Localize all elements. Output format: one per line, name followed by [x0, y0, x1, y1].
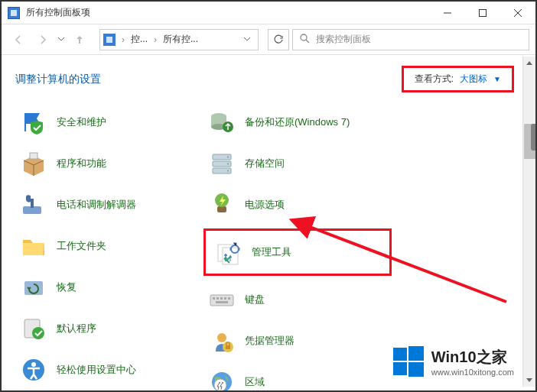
breadcrumb-seg[interactable]: 控...: [131, 33, 148, 46]
item-label: 管理工具: [252, 245, 291, 259]
item-label: 存储空间: [245, 157, 285, 170]
control-panel-item[interactable]: 凭据管理器: [203, 323, 392, 358]
control-panel-item[interactable]: 安全和维护: [15, 105, 203, 140]
item-label: 工作文件夹: [57, 239, 106, 253]
window-controls: [430, 2, 535, 24]
item-label: 轻松使用设置中心: [57, 363, 136, 377]
item-label: 凭据管理器: [245, 334, 295, 348]
control-panel-item[interactable]: 工作文件夹: [15, 228, 203, 264]
vertical-scrollbar[interactable]: [522, 57, 535, 387]
up-button[interactable]: [69, 29, 90, 50]
chevron-right-icon: ›: [122, 34, 125, 45]
ease-access-icon: [20, 356, 47, 384]
keyboard-icon: [208, 286, 236, 313]
scroll-up-button[interactable]: [523, 57, 535, 70]
box-icon: [20, 150, 47, 177]
chevron-right-icon: ›: [154, 34, 157, 45]
svg-point-25: [227, 164, 229, 165]
item-label: 安全和维护: [57, 115, 106, 129]
item-label: 区域: [245, 375, 265, 389]
control-panel-item[interactable]: 程序和功能: [15, 146, 203, 181]
control-panel-item[interactable]: 键盘: [203, 282, 392, 317]
control-panel-item[interactable]: 电源选项: [203, 187, 392, 222]
titlebar: 所有控制面板项: [2, 2, 535, 24]
svg-point-24: [227, 157, 229, 158]
back-button[interactable]: [8, 29, 29, 50]
svg-point-45: [222, 382, 223, 384]
item-label: 电源选项: [245, 198, 285, 212]
svg-rect-27: [217, 206, 226, 212]
control-panel-item[interactable]: 存储空间: [203, 146, 392, 181]
svg-rect-33: [213, 297, 215, 300]
content-header: 调整计算机的设置 查看方式: 大图标 ▼: [2, 55, 535, 100]
svg-rect-32: [210, 295, 233, 306]
item-label: 默认程序: [57, 322, 96, 335]
control-panel-item[interactable]: 轻松使用设置中心: [15, 352, 203, 387]
outer-scroll-thumb[interactable]: [531, 124, 537, 151]
minimize-button[interactable]: [430, 2, 465, 24]
control-panel-item[interactable]: 电话和调制解调器: [15, 187, 203, 222]
svg-rect-35: [220, 297, 223, 300]
item-label: 程序和功能: [57, 157, 106, 170]
scroll-down-button[interactable]: [523, 374, 535, 387]
breadcrumb-seg[interactable]: 所有控...: [163, 33, 198, 46]
chevron-down-icon: ▼: [493, 75, 501, 83]
control-panel-item[interactable]: 区域: [203, 364, 392, 392]
svg-point-13: [31, 362, 36, 367]
forward-button[interactable]: [32, 29, 54, 50]
svg-point-44: [219, 382, 220, 384]
item-label: 恢复: [57, 280, 76, 294]
search-placeholder: 搜索控制面板: [316, 33, 371, 46]
address-dropdown[interactable]: [239, 37, 255, 41]
svg-rect-38: [216, 301, 228, 303]
svg-rect-41: [226, 345, 230, 349]
view-mode-selector[interactable]: 查看方式: 大图标 ▼: [402, 66, 514, 92]
svg-point-11: [32, 327, 44, 339]
control-panel-item[interactable]: 备份和还原(Windows 7): [203, 105, 392, 140]
control-panel-item[interactable]: 默认程序: [15, 311, 203, 346]
items-panel: 安全和维护程序和功能电话和调制解调器工作文件夹恢复默认程序轻松使用设置中心任务栏…: [2, 100, 535, 392]
svg-rect-8: [31, 199, 34, 208]
svg-rect-37: [228, 297, 230, 300]
svg-rect-36: [224, 297, 226, 300]
storage-icon: [208, 150, 236, 177]
view-label: 查看方式:: [415, 73, 454, 86]
recovery-icon: [20, 274, 47, 301]
power-icon: [208, 191, 236, 219]
backup-icon: [208, 109, 236, 136]
svg-point-4: [301, 34, 307, 40]
close-button[interactable]: [500, 2, 535, 24]
svg-rect-6: [30, 153, 37, 159]
svg-rect-34: [216, 297, 219, 300]
admin-tools-icon: [215, 238, 242, 266]
search-input[interactable]: 搜索控制面板: [292, 29, 529, 50]
svg-rect-1: [480, 9, 487, 16]
view-value: 大图标: [460, 73, 487, 86]
address-toolbar: › 控... › 所有控... 搜索控制面板: [2, 24, 535, 55]
window-title: 所有控制面板项: [26, 6, 430, 19]
svg-point-43: [214, 379, 226, 391]
history-dropdown[interactable]: [57, 29, 66, 50]
item-label: 电话和调制解调器: [57, 198, 136, 212]
refresh-button[interactable]: [268, 29, 289, 50]
control-panel-item[interactable]: 管理工具: [203, 228, 392, 276]
folder-icon: [20, 232, 47, 260]
page-title: 调整计算机的设置: [15, 73, 101, 86]
control-panel-icon: [8, 7, 20, 19]
svg-line-5: [306, 40, 309, 43]
region-icon: [208, 368, 236, 392]
item-label: 备份和还原(Windows 7): [245, 115, 350, 129]
control-panel-item[interactable]: 恢复: [15, 270, 203, 305]
phone-modem-icon: [20, 191, 47, 219]
address-bar[interactable]: › 控... › 所有控...: [99, 29, 259, 50]
flag-shield-icon: [20, 109, 47, 136]
credentials-icon: [208, 327, 236, 355]
svg-point-39: [217, 333, 226, 342]
default-programs-icon: [20, 315, 47, 342]
control-panel-icon: [103, 34, 116, 46]
maximize-button[interactable]: [465, 2, 500, 24]
search-icon: [299, 33, 310, 47]
item-label: 键盘: [245, 293, 265, 306]
svg-point-26: [227, 170, 229, 172]
